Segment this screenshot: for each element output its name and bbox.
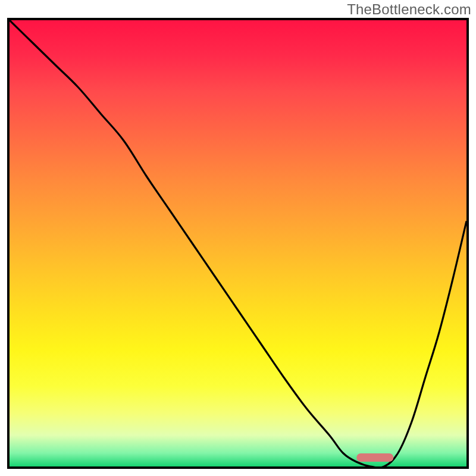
chart-curve bbox=[10, 20, 466, 466]
watermark-text: TheBottleneck.com bbox=[347, 1, 471, 18]
chart-plot-area bbox=[7, 18, 469, 469]
highlight-marker bbox=[357, 453, 393, 462]
chart-inner bbox=[10, 20, 466, 466]
